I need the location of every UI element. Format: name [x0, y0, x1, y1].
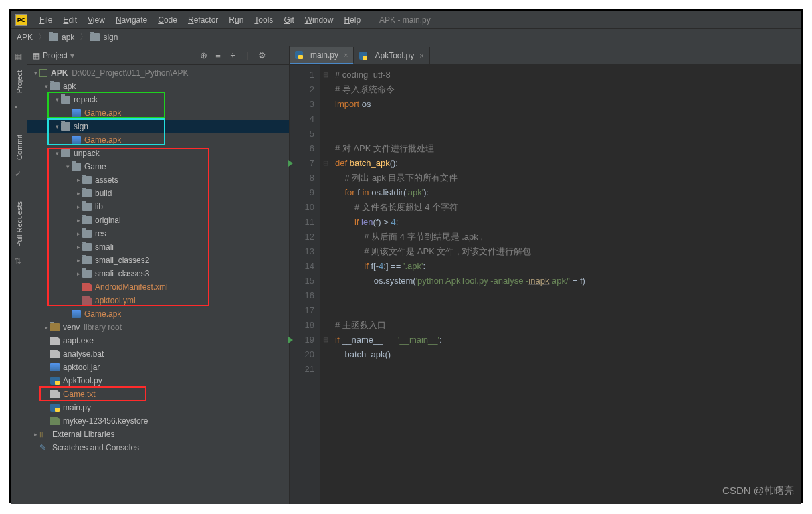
venv-icon	[50, 323, 60, 331]
tree-build[interactable]: ▸build	[27, 187, 289, 200]
tree-keystore[interactable]: mykey-123456.keystore	[27, 414, 289, 428]
python-icon	[295, 51, 303, 59]
close-icon[interactable]: ×	[419, 52, 423, 60]
tab-apktool-py[interactable]: ApkTool.py ×	[354, 47, 429, 64]
tree-assets[interactable]: ▸assets	[27, 173, 289, 187]
folder-icon[interactable]: ▪	[15, 102, 24, 112]
project-panel: ▦ Project ▾ ⊕ ≡ ÷ | ⚙ — ▾ APK D:\002_Pro…	[27, 46, 290, 504]
separator: |	[241, 49, 254, 62]
tree-manifest[interactable]: AndroidManifest.xml	[27, 280, 289, 294]
code-content[interactable]: # coding=utf-8 # 导入系统命令 import os # 对 AP…	[331, 65, 801, 504]
menu-bar: PC File Edit View Navigate Code Refactor…	[11, 11, 801, 29]
folder-icon	[82, 216, 92, 224]
menu-file[interactable]: File	[34, 15, 58, 25]
tool-strip: ▦ Project ▪ Commit ✓ Pull Requests ⇅	[11, 46, 27, 504]
menu-window[interactable]: Window	[300, 15, 339, 25]
menu-view[interactable]: View	[82, 15, 110, 25]
crumb-apk[interactable]: apk	[62, 33, 74, 42]
collapse-icon[interactable]: ÷	[226, 49, 239, 62]
apk-icon	[72, 310, 81, 318]
tree-root[interactable]: ▾ APK D:\002_Project\011_Python\APK	[27, 66, 289, 80]
tree-apktool-yml[interactable]: apktool.yml	[27, 294, 289, 307]
folder-icon	[82, 256, 92, 264]
crumb-sign[interactable]: sign	[103, 33, 118, 42]
tree-smali2[interactable]: ▸smali_classes2	[27, 254, 289, 267]
folder-icon	[90, 33, 100, 41]
tree-unpack[interactable]: ▾ unpack	[27, 147, 289, 160]
close-icon[interactable]: ×	[344, 51, 348, 59]
folder-icon	[82, 189, 92, 197]
tree-lib[interactable]: ▸lib	[27, 200, 289, 213]
commit-icon[interactable]: ✓	[15, 169, 24, 179]
tree-ext-lib[interactable]: ▸⫴External Libraries	[27, 428, 289, 441]
strip-project[interactable]: Project	[15, 70, 23, 93]
project-icon: ▦	[33, 51, 40, 60]
menu-edit[interactable]: Edit	[58, 15, 82, 25]
tree-game-txt[interactable]: Game.txt	[27, 388, 289, 401]
menu-git[interactable]: Git	[278, 15, 299, 25]
crumb-root[interactable]: APK	[17, 33, 33, 42]
folder-icon	[82, 230, 92, 238]
exe-icon	[50, 337, 60, 345]
project-tree[interactable]: ▾ APK D:\002_Project\011_Python\APK ▾ ap…	[27, 65, 289, 504]
window-title: APK - main.py	[379, 15, 431, 25]
xml-icon	[82, 283, 92, 291]
tree-res[interactable]: ▸res	[27, 227, 289, 240]
tree-sign[interactable]: ▾ sign	[27, 120, 289, 133]
tree-aapt[interactable]: aapt.exe	[27, 334, 289, 347]
tree-smali3[interactable]: ▸smali_classes3	[27, 267, 289, 280]
folder-icon	[49, 33, 58, 41]
run-gutter-icon[interactable]	[288, 160, 293, 167]
tab-main-py[interactable]: main.py ×	[290, 47, 354, 64]
bat-icon	[50, 350, 60, 358]
locate-icon[interactable]: ⊕	[197, 49, 210, 62]
apk-icon	[72, 109, 81, 117]
project-icon[interactable]: ▦	[15, 52, 24, 61]
chevron-icon: 〉	[38, 31, 46, 43]
tree-sign-game[interactable]: Game.apk	[27, 133, 289, 147]
folder-icon	[72, 163, 81, 171]
strip-pull[interactable]: Pull Requests	[15, 201, 23, 247]
strip-commit[interactable]: Commit	[15, 135, 23, 160]
code-editor[interactable]: 123 456 7 8910 111213 141516 1718 19 202…	[290, 65, 801, 504]
python-icon	[359, 52, 367, 60]
python-icon	[50, 404, 60, 412]
tree-scratches[interactable]: ✎Scratches and Consoles	[27, 441, 289, 454]
tree-game[interactable]: ▾ Game	[27, 160, 289, 173]
scratch-icon: ✎	[39, 443, 49, 452]
tree-original[interactable]: ▸original	[27, 213, 289, 227]
tree-analyse[interactable]: analyse.bat	[27, 347, 289, 361]
run-gutter-icon[interactable]	[288, 337, 293, 343]
menu-run[interactable]: Run	[223, 15, 249, 25]
folder-icon	[61, 96, 70, 104]
yml-icon	[82, 296, 92, 305]
menu-tools[interactable]: Tools	[249, 15, 278, 25]
jar-icon	[50, 363, 60, 371]
menu-code[interactable]: Code	[153, 15, 183, 25]
menu-help[interactable]: Help	[338, 15, 366, 25]
key-icon	[50, 417, 60, 425]
tree-smali[interactable]: ▸smali	[27, 240, 289, 254]
folder-icon	[82, 203, 92, 211]
line-gutter: 123 456 7 8910 111213 141516 1718 19 202…	[290, 65, 320, 504]
expand-icon[interactable]: ≡	[211, 49, 225, 62]
tree-apktool-jar[interactable]: apktool.jar	[27, 361, 289, 374]
tree-main-py[interactable]: main.py	[27, 401, 289, 414]
tree-apktool-py[interactable]: ApkTool.py	[27, 374, 289, 388]
folder-icon	[61, 149, 70, 157]
library-icon: ⫴	[39, 430, 49, 439]
panel-title: Project	[43, 51, 68, 60]
module-icon	[39, 69, 47, 77]
pull-icon[interactable]: ⇅	[15, 256, 24, 266]
menu-refactor[interactable]: Refactor	[183, 15, 223, 25]
tree-repack-game[interactable]: Game.apk	[27, 106, 289, 120]
tree-apk[interactable]: ▾ apk	[27, 80, 289, 93]
fold-column[interactable]: ⊟ ⊟ ⊟	[320, 65, 331, 504]
menu-navigate[interactable]: Navigate	[110, 15, 153, 25]
tree-venv[interactable]: ▸venvlibrary root	[27, 321, 289, 334]
hide-icon[interactable]: —	[270, 49, 284, 62]
dropdown-icon[interactable]: ▾	[70, 51, 74, 60]
gear-icon[interactable]: ⚙	[256, 49, 269, 62]
tree-game-apk[interactable]: Game.apk	[27, 307, 289, 321]
tree-repack[interactable]: ▾ repack	[27, 93, 289, 106]
